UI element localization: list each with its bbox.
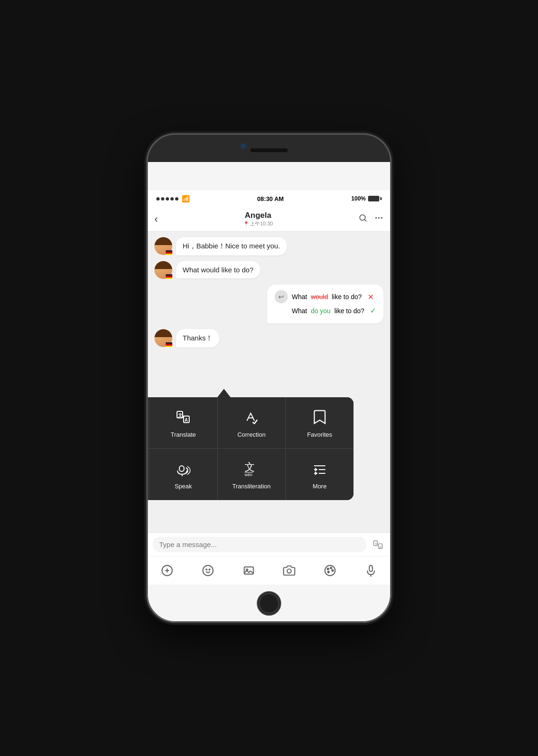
bottom-toolbar	[147, 556, 391, 585]
svg-point-3	[378, 217, 379, 218]
svg-point-0	[360, 215, 365, 220]
correct-check-icon: ✓	[370, 306, 376, 315]
correct-row: What do you like to do? ✓	[275, 306, 376, 315]
phone-screen: 📶 08:30 AM 100% ‹	[147, 134, 391, 622]
avatar-wrapper-2	[154, 261, 172, 279]
context-menu-translate[interactable]: 文 A Translate	[149, 397, 217, 448]
flag-badge-2	[166, 274, 172, 279]
header-time: 上午10:30	[250, 220, 273, 227]
context-menu-reply[interactable]: Reply	[147, 397, 149, 448]
message-bubble-2: What would like to do?	[176, 261, 260, 278]
svg-point-31	[209, 569, 210, 570]
context-menu-correction[interactable]: Correction	[218, 397, 285, 448]
status-bar: 📶 08:30 AM 100%	[147, 190, 391, 207]
svg-text:文: 文	[375, 542, 377, 545]
correct-suffix: like to do?	[334, 307, 364, 315]
add-button[interactable]	[158, 561, 177, 580]
phone-top-bezel	[147, 134, 391, 162]
svg-point-39	[328, 571, 329, 573]
context-menu-transliteration[interactable]: 文 wén Transliteration	[218, 449, 285, 500]
message-row-3: ↩ What would like to do? ✕ What do you	[154, 285, 384, 324]
translate-menu-icon: 文 A	[174, 408, 192, 426]
image-button[interactable]	[239, 561, 258, 580]
home-button[interactable]	[257, 591, 281, 616]
message-text-2: What would like to do?	[183, 266, 254, 274]
context-menu-overlay: Reply 文 A	[147, 389, 354, 500]
transliteration-menu-icon: 文 wén	[242, 459, 261, 478]
battery-body	[368, 196, 379, 201]
svg-line-1	[365, 220, 367, 222]
svg-point-2	[375, 217, 377, 218]
wrong-prefix: What	[292, 293, 307, 301]
header-subtitle: 📍 上午10:30	[243, 220, 273, 227]
correction-label: Correction	[238, 431, 266, 439]
avatar-wrapper-1	[154, 237, 172, 255]
avatar-wrapper-3	[154, 329, 172, 347]
message-input[interactable]	[153, 537, 367, 552]
message-row-4: Thanks！	[154, 329, 384, 347]
battery-percent: 100%	[351, 195, 366, 202]
svg-text:A: A	[184, 417, 188, 423]
svg-point-4	[381, 217, 382, 218]
speak-label: Speak	[175, 483, 192, 491]
chat-header: ‹ Angela 📍 上午10:30	[147, 207, 391, 231]
flag-badge-3	[166, 342, 172, 347]
svg-text:wén: wén	[244, 472, 253, 476]
front-camera	[240, 143, 246, 149]
message-text-1: Hi，Babbie！Nice to meet you.	[183, 242, 280, 250]
message-row-2: What would like to do?	[154, 261, 384, 279]
earpiece-speaker	[250, 148, 288, 152]
wrong-row: ↩ What would like to do? ✕	[275, 290, 376, 303]
avatar-hair-1	[154, 237, 172, 245]
svg-point-37	[330, 567, 331, 569]
context-menu-speak[interactable]: Speak	[149, 449, 217, 500]
svg-point-34	[287, 569, 292, 573]
transliteration-label: Transliteration	[232, 483, 271, 491]
svg-point-36	[327, 568, 329, 570]
more-options-icon[interactable]	[374, 213, 384, 225]
emoji-button[interactable]	[199, 561, 217, 580]
context-menu-copy[interactable]: Copy	[147, 449, 149, 500]
signal-dot-5	[175, 197, 178, 201]
correct-word: do you	[311, 307, 330, 315]
location-pin-icon: 📍	[243, 221, 249, 226]
battery-fill	[369, 196, 379, 201]
back-button[interactable]: ‹	[154, 213, 158, 225]
camera-button[interactable]	[280, 561, 299, 580]
phone-shell: 📶 08:30 AM 100% ‹	[147, 134, 391, 622]
avatar-hair-3	[154, 329, 172, 337]
chat-body: Hi，Babbie！Nice to meet you.	[147, 231, 391, 532]
message-bubble-1: Hi，Babbie！Nice to meet you.	[176, 237, 287, 255]
status-time: 08:30 AM	[257, 195, 284, 202]
context-menu: Reply 文 A	[147, 397, 354, 500]
favorites-label: Favorites	[307, 431, 332, 439]
context-menu-more[interactable]: More	[286, 449, 354, 500]
correct-prefix: What	[292, 307, 307, 315]
svg-rect-14	[179, 466, 184, 471]
mic-button[interactable]	[361, 561, 380, 580]
signal-dot-2	[161, 197, 164, 201]
context-menu-favorites[interactable]: Favorites	[286, 397, 354, 448]
svg-text:文: 文	[245, 461, 255, 473]
wrong-x-icon: ✕	[368, 293, 374, 301]
translate-input-button[interactable]: 文 A	[370, 537, 385, 552]
svg-text:文: 文	[178, 413, 183, 418]
more-menu-icon	[310, 459, 329, 478]
correction-bubble: ↩ What would like to do? ✕ What do you	[267, 285, 384, 324]
battery-area: 100%	[351, 195, 382, 202]
search-icon[interactable]	[358, 213, 368, 225]
svg-point-29	[203, 565, 213, 576]
svg-point-38	[332, 570, 333, 571]
reply-icon: ↩	[275, 290, 288, 303]
message-bubble-4: Thanks！	[176, 329, 219, 347]
scene: 📶 08:30 AM 100% ‹	[0, 0, 538, 756]
flag-gold	[166, 254, 172, 255]
signal-dot-4	[170, 197, 174, 201]
svg-point-30	[206, 569, 207, 570]
flag-gold-2	[166, 278, 172, 279]
svg-text:A: A	[379, 545, 382, 548]
correction-menu-icon	[242, 408, 261, 426]
input-bar: 文 A	[147, 532, 391, 556]
home-button-inner	[259, 594, 279, 613]
palette-button[interactable]	[321, 561, 339, 580]
